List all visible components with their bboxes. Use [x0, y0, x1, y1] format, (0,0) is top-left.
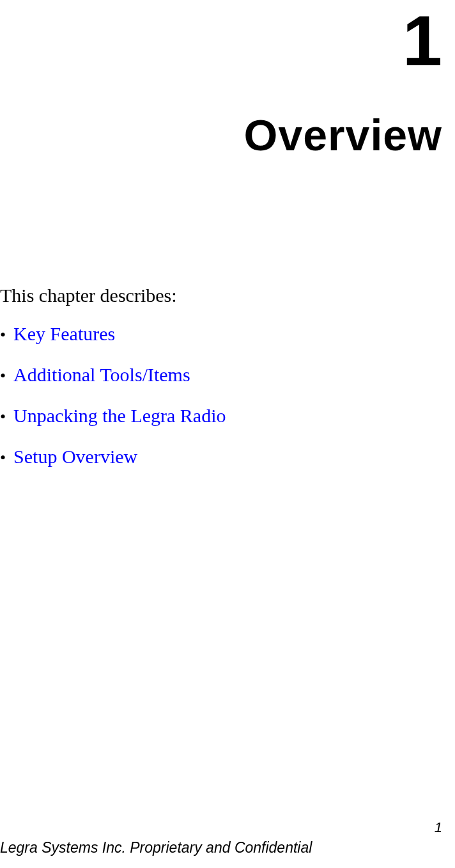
link-setup-overview[interactable]: Setup Overview	[13, 446, 137, 468]
bullet-icon: •	[0, 326, 6, 345]
list-item: • Unpacking the Legra Radio	[0, 405, 226, 427]
list-item: • Key Features	[0, 323, 226, 345]
footer-confidential: Legra Systems Inc. Proprietary and Confi…	[0, 839, 312, 856]
chapter-number: 1	[403, 5, 442, 77]
chapter-link-list: • Key Features • Additional Tools/Items …	[0, 323, 226, 487]
link-unpacking[interactable]: Unpacking the Legra Radio	[13, 405, 226, 427]
page-number: 1	[435, 819, 442, 836]
chapter-title: Overview	[244, 110, 442, 160]
bullet-icon: •	[0, 407, 6, 427]
bullet-icon: •	[0, 367, 6, 386]
link-additional-tools[interactable]: Additional Tools/Items	[13, 364, 190, 386]
list-item: • Additional Tools/Items	[0, 364, 226, 386]
bullet-icon: •	[0, 448, 6, 468]
intro-text: This chapter describes:	[0, 285, 177, 306]
link-key-features[interactable]: Key Features	[13, 323, 115, 345]
list-item: • Setup Overview	[0, 446, 226, 468]
